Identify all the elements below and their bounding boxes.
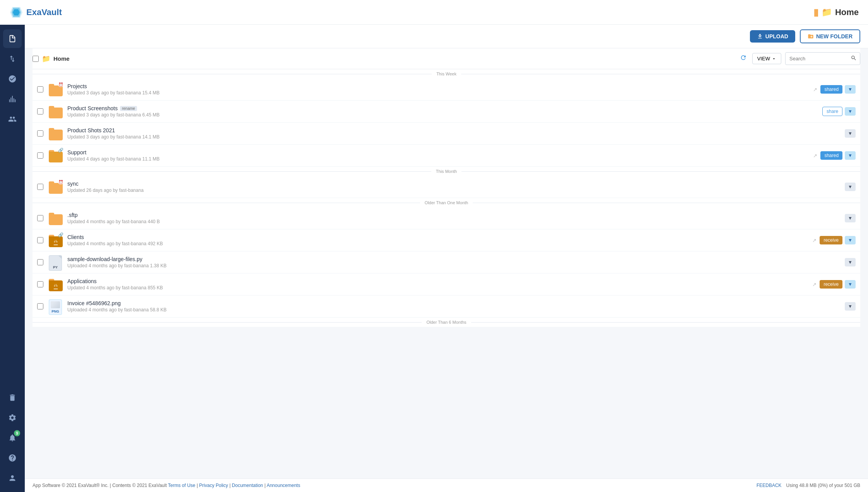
dropdown-button[interactable]: ▼	[845, 214, 856, 222]
file-info: Invoice #5486962.png Uploaded 4 months a…	[67, 300, 845, 313]
dropdown-button[interactable]: ▼	[845, 236, 856, 244]
clock-badge: ⏰	[58, 179, 63, 184]
dropdown-button[interactable]: ▼	[845, 85, 856, 94]
folder-icon-shots	[49, 126, 63, 140]
file-checkbox[interactable]	[37, 184, 43, 190]
receive-button[interactable]: receive	[820, 280, 842, 289]
section-this-month: This Month	[33, 167, 860, 176]
file-name: Support	[67, 149, 813, 155]
file-actions: ▼	[845, 258, 856, 266]
file-checkbox[interactable]	[37, 108, 43, 114]
shared-button[interactable]: shared	[820, 151, 842, 160]
list-item[interactable]: Applications Updated 4 months ago by fas…	[33, 273, 860, 296]
file-info: .sftp Updated 4 months ago by fast-banan…	[67, 212, 845, 224]
section-this-month-label: This Month	[431, 169, 461, 174]
sidebar-item-help[interactable]	[3, 449, 22, 467]
share-button[interactable]: share	[822, 107, 842, 116]
file-actions: ↗ receive ▼	[812, 280, 856, 289]
new-folder-icon	[808, 33, 814, 39]
dropdown-button[interactable]: ▼	[845, 107, 856, 116]
refresh-button[interactable]	[738, 53, 748, 65]
file-actions: ▼	[845, 302, 856, 311]
file-checkbox[interactable]	[37, 281, 43, 287]
sidebar-item-account[interactable]	[3, 469, 22, 487]
home-folder-color-icon: 📁	[822, 7, 832, 17]
sidebar-item-users[interactable]	[3, 110, 22, 128]
file-info: sample-download-large-files.py Uploaded …	[67, 256, 845, 268]
external-link-icon: ↗	[812, 237, 817, 243]
file-checkbox[interactable]	[37, 303, 43, 309]
file-name: Clients	[67, 234, 812, 240]
file-checkbox[interactable]	[37, 215, 43, 221]
filter-row: 📁 Home VIEW	[33, 48, 860, 69]
file-name: Product Screenshots rename	[67, 105, 822, 111]
app-name: ExaVault	[26, 7, 62, 17]
file-meta: Updated 3 days ago by fast-banana 14.1 M…	[67, 134, 845, 140]
toolbar: UPLOAD NEW FOLDER	[25, 25, 868, 48]
footer-copyright: App Software © 2021 ExaVault® Inc. | Con…	[33, 483, 300, 488]
transfer-icon	[8, 55, 17, 63]
file-info: Product Shots 2021 Updated 3 days ago by…	[67, 127, 845, 140]
sidebar-item-transfer[interactable]	[3, 50, 22, 68]
new-folder-button[interactable]: NEW FOLDER	[800, 29, 860, 43]
file-actions: ↗ receive ▼	[812, 236, 856, 244]
exavault-logo-icon	[9, 5, 23, 19]
file-actions: ▼	[845, 214, 856, 222]
new-folder-label: NEW FOLDER	[816, 33, 853, 39]
list-item[interactable]: Product Screenshots rename Updated 3 day…	[33, 101, 860, 123]
top-header: ExaVault ▮ 📁 Home	[0, 0, 868, 25]
list-item[interactable]: 🔗 Clients Updated 4 months ago by fast-b…	[33, 229, 860, 251]
list-item[interactable]: ⏰ Projects Updated 3 days ago by fast-ba…	[33, 79, 860, 101]
list-item[interactable]: 🔗 Support Updated 4 days ago by fast-ban…	[33, 145, 860, 167]
search-input[interactable]	[786, 53, 847, 64]
file-name: sync	[67, 181, 845, 187]
file-checkbox[interactable]	[37, 86, 43, 92]
dropdown-button[interactable]: ▼	[845, 129, 856, 138]
sidebar-item-trash[interactable]	[3, 388, 22, 407]
breadcrumb-folder-icon: 📁	[42, 55, 50, 63]
users-icon	[8, 115, 17, 123]
announcements-link[interactable]: Announcements	[267, 483, 300, 488]
external-link-icon: ↗	[813, 153, 817, 159]
sidebar-item-notifications[interactable]: 9	[3, 429, 22, 447]
view-button[interactable]: VIEW	[752, 53, 781, 64]
chevron-down-icon	[772, 56, 776, 61]
feedback-button[interactable]: FEEDBACK	[756, 483, 782, 488]
file-info: Support Updated 4 days ago by fast-banan…	[67, 149, 813, 162]
select-all-checkbox[interactable]	[33, 56, 39, 62]
dropdown-button[interactable]: ▼	[845, 151, 856, 160]
section-older-one-month: Older Than One Month	[33, 198, 860, 207]
file-checkbox[interactable]	[37, 237, 43, 243]
search-button[interactable]	[847, 53, 860, 65]
dropdown-button[interactable]: ▼	[845, 280, 856, 289]
file-actions: ↗ shared ▼	[813, 151, 856, 160]
terms-link[interactable]: Terms of Use	[168, 483, 196, 488]
privacy-link[interactable]: Privacy Policy	[199, 483, 228, 488]
upload-button[interactable]: UPLOAD	[750, 30, 795, 43]
shared-button[interactable]: shared	[820, 85, 842, 94]
section-older-one-month-label: Older Than One Month	[420, 200, 473, 205]
sidebar-item-activity[interactable]	[3, 70, 22, 88]
receive-button[interactable]: receive	[820, 236, 842, 244]
file-checkbox[interactable]	[37, 259, 43, 265]
file-checkbox[interactable]	[37, 130, 43, 137]
home-page-title: Home	[835, 7, 859, 17]
dropdown-button[interactable]: ▼	[845, 258, 856, 266]
file-info: Clients Updated 4 months ago by fast-ban…	[67, 234, 812, 246]
list-item[interactable]: ⏰ sync Updated 26 days ago by fast-banan…	[33, 176, 860, 198]
dropdown-button[interactable]: ▼	[845, 183, 856, 191]
sidebar-item-files[interactable]	[3, 29, 22, 48]
list-item[interactable]: .sftp Updated 4 months ago by fast-banan…	[33, 207, 860, 229]
png-file-icon: PNG	[49, 299, 62, 315]
file-checkbox[interactable]	[37, 152, 43, 159]
list-item[interactable]: Product Shots 2021 Updated 3 days ago by…	[33, 123, 860, 145]
list-item[interactable]: PY sample-download-large-files.py Upload…	[33, 251, 860, 273]
docs-link[interactable]: Documentation	[232, 483, 263, 488]
dropdown-button[interactable]: ▼	[845, 302, 856, 311]
sidebar-item-analytics[interactable]	[3, 90, 22, 108]
file-meta: Updated 4 months ago by fast-banana 492 …	[67, 241, 812, 246]
file-meta: Updated 3 days ago by fast-banana 6.45 M…	[67, 112, 822, 118]
sidebar-item-settings[interactable]	[3, 408, 22, 427]
file-name: Invoice #5486962.png	[67, 300, 845, 306]
list-item[interactable]: PNG Invoice #5486962.png Uploaded 4 mont…	[33, 296, 860, 318]
